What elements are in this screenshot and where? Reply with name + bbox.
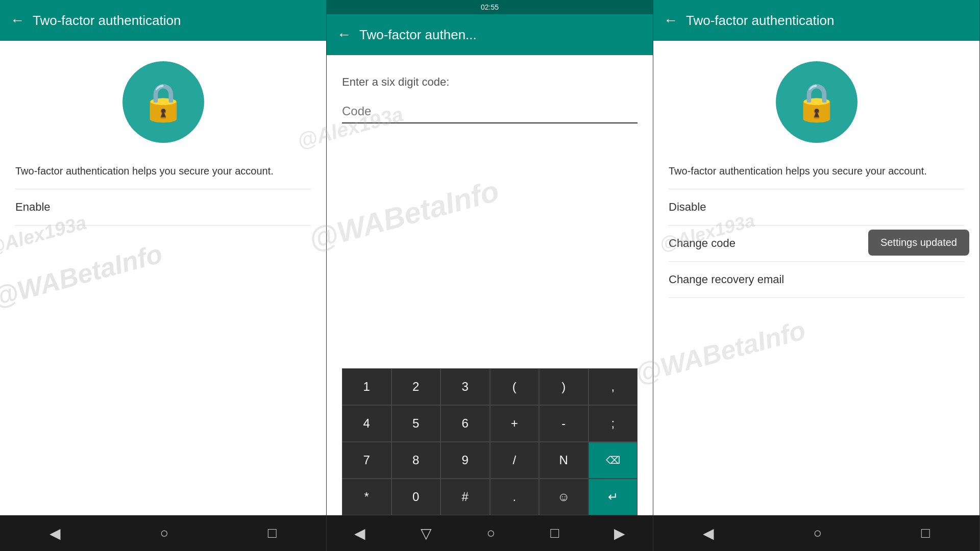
panel2-home-nav-icon[interactable]: ▽ [421, 525, 432, 542]
panel3-watermark-bottom: @WABetaInfo [632, 315, 808, 390]
panel3-topbar: ← Two-factor authentication [653, 0, 979, 41]
panel3-lock-circle: 🔒 [776, 61, 857, 143]
kb-key-1[interactable]: 1 [342, 368, 391, 405]
kb-key-period[interactable]: . [490, 479, 540, 515]
kb-key-backspace[interactable]: ⌫ [589, 442, 638, 479]
kb-row-3: 7 8 9 / N ⌫ [342, 442, 638, 479]
panel3-back-nav-icon[interactable]: ◀ [703, 525, 714, 542]
panel1-description: Two-factor authentication helps you secu… [15, 163, 311, 189]
panel3-description: Two-factor authentication helps you secu… [669, 163, 964, 189]
kb-key-4[interactable]: 4 [342, 405, 391, 442]
panel2-bottom-nav: ◀ ▽ ○ □ ▶ [327, 515, 653, 551]
kb-key-hash[interactable]: # [440, 479, 490, 515]
panel1-enable-item[interactable]: Enable [15, 189, 311, 226]
panel2-status-bar: 02:55 [327, 0, 653, 14]
panel-3: ← Two-factor authentication 🔒 Two-factor… [653, 0, 980, 551]
panel-2: 02:55 ← Two-factor authen... Enter a six… [327, 0, 653, 551]
kb-key-0[interactable]: 0 [391, 479, 441, 515]
panel2-topbar: ← Two-factor authen... [327, 14, 653, 55]
panel1-content: 🔒 Two-factor authentication helps you se… [0, 41, 326, 515]
kb-key-star[interactable]: * [342, 479, 391, 515]
kb-key-minus[interactable]: - [539, 405, 589, 442]
kb-key-5[interactable]: 5 [391, 405, 441, 442]
kb-key-plus[interactable]: + [490, 405, 540, 442]
panel2-time: 02:55 [481, 3, 499, 11]
panel2-body: Enter a six digit code: @Alex193a @WABet… [327, 55, 653, 515]
panel3-bottom-nav: ◀ ○ □ [653, 515, 979, 551]
kb-key-2[interactable]: 2 [391, 368, 441, 405]
kb-key-closeparen[interactable]: ) [539, 368, 589, 405]
panel1-recents-nav-icon[interactable]: □ [268, 525, 277, 541]
panel2-code-input[interactable] [342, 104, 638, 118]
panel2-back-nav-icon[interactable]: ◀ [354, 525, 365, 542]
panel2-title: Two-factor authen... [359, 27, 477, 43]
panel1-back-icon[interactable]: ← [10, 12, 24, 29]
lock-icon: 🔒 [140, 84, 186, 120]
kb-key-n[interactable]: N [539, 442, 589, 479]
kb-key-comma[interactable]: , [589, 368, 638, 405]
panel2-back-icon[interactable]: ← [337, 27, 351, 43]
panel3-title: Two-factor authentication [686, 13, 835, 29]
kb-row-2: 4 5 6 + - ; [342, 405, 638, 442]
kb-key-6[interactable]: 6 [440, 405, 490, 442]
kb-key-7[interactable]: 7 [342, 442, 391, 479]
panel2-home-nav-icon2[interactable]: ○ [487, 525, 496, 541]
kb-row-4: * 0 # . ☺ ↵ [342, 479, 638, 515]
panel1-watermark-bottom: @WABetaInfo [0, 238, 165, 313]
kb-key-semicolon[interactable]: ; [589, 405, 638, 442]
panel-1: ← Two-factor authentication 🔒 Two-factor… [0, 0, 327, 551]
panel3-lock-icon: 🔒 [794, 84, 840, 120]
panel2-recents-nav-icon[interactable]: □ [550, 525, 559, 541]
panel3-recents-nav-icon[interactable]: □ [921, 525, 930, 541]
kb-key-openparen[interactable]: ( [490, 368, 540, 405]
panel2-enter-code-label: Enter a six digit code: [342, 76, 449, 89]
kb-key-enter[interactable]: ↵ [589, 479, 638, 515]
panel2-watermark-bottom: @WABetaInfo [305, 173, 502, 257]
panel3-back-icon[interactable]: ← [664, 12, 678, 29]
panel3-snackbar: Settings updated [868, 230, 969, 256]
panel1-bottom-nav: ◀ ○ □ [0, 515, 326, 551]
panel1-back-nav-icon[interactable]: ◀ [50, 525, 61, 542]
panel1-home-nav-icon[interactable]: ○ [160, 525, 169, 541]
panel3-change-email-item[interactable]: Change recovery email [669, 262, 964, 298]
kb-row-1: 1 2 3 ( ) , [342, 368, 638, 405]
panel1-topbar: ← Two-factor authentication [0, 0, 326, 41]
kb-key-slash[interactable]: / [490, 442, 540, 479]
kb-key-emoji[interactable]: ☺ [539, 479, 589, 515]
kb-key-8[interactable]: 8 [391, 442, 441, 479]
kb-key-9[interactable]: 9 [440, 442, 490, 479]
panel3-disable-item[interactable]: Disable [669, 189, 964, 226]
panel2-forward-nav-icon[interactable]: ▶ [614, 525, 625, 542]
panel2-keyboard: 1 2 3 ( ) , 4 5 6 + - ; 7 8 9 / N ⌫ [342, 368, 638, 515]
panel1-title: Two-factor authentication [33, 13, 181, 29]
kb-key-3[interactable]: 3 [440, 368, 490, 405]
panel3-home-nav-icon[interactable]: ○ [814, 525, 822, 541]
panel3-content: 🔒 Two-factor authentication helps you se… [653, 41, 979, 515]
panel2-code-input-wrapper[interactable] [342, 104, 638, 123]
panel1-lock-circle: 🔒 [122, 61, 204, 143]
